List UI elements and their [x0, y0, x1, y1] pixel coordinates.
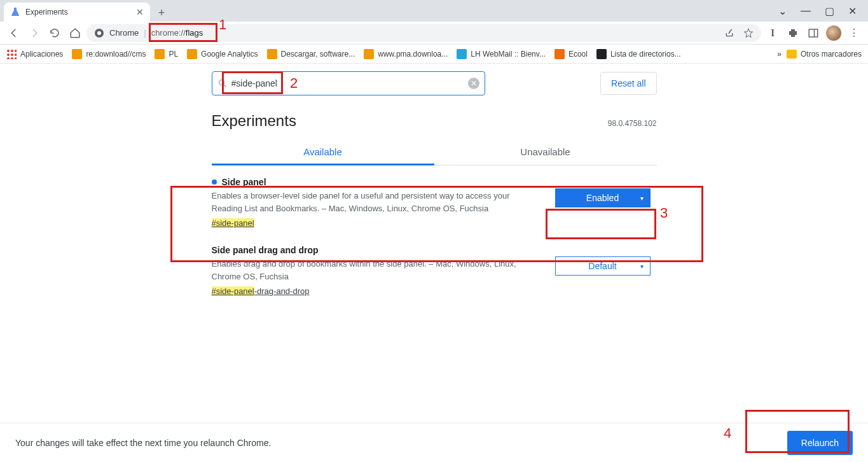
bookmark-label: Descargar, software... [281, 50, 355, 59]
dropdown-value: Default [588, 261, 616, 271]
relaunch-button[interactable]: Relaunch [787, 431, 853, 455]
chevron-down-icon[interactable]: ⌄ [778, 5, 787, 17]
search-input[interactable] [231, 78, 468, 88]
apps-shortcut[interactable]: Aplicaciones [6, 49, 63, 59]
minimize-icon[interactable]: — [801, 5, 811, 17]
tab-title: Experiments [25, 8, 68, 17]
bookmark-item[interactable]: re:download//cms [72, 49, 146, 59]
bookmark-item[interactable]: Google Analytics [187, 49, 258, 59]
version-label: 98.0.4758.102 [608, 119, 657, 128]
bookmark-label: PL [169, 50, 178, 59]
bookmark-label: Lista de directorios... [610, 50, 681, 59]
bookmarks-bar: Aplicaciones re:download//cmsPLGoogle An… [0, 45, 868, 64]
home-button[interactable] [66, 24, 84, 42]
profile-avatar[interactable] [825, 24, 843, 42]
bookmark-item[interactable]: Descargar, software... [267, 49, 355, 59]
folder-icon [787, 50, 797, 59]
flag-description: Enables a browser-level side panel for a… [212, 190, 542, 214]
restart-message: Your changes will take effect the next t… [15, 438, 271, 448]
flag-hash[interactable]: #side-panel-drag-and-drop [212, 286, 310, 296]
flag-description: Enables drag and drop of bookmarks withi… [212, 258, 542, 283]
url-text: chrome://flags [151, 28, 203, 38]
bookmark-favicon [364, 49, 374, 59]
bookmark-favicon [555, 49, 565, 59]
dropdown-value: Enabled [586, 193, 619, 203]
bookmark-label: re:download//cms [86, 50, 146, 59]
bookmark-item[interactable]: LH WebMail :: Bienv... [457, 49, 546, 59]
chrome-icon [94, 28, 104, 38]
flag-row: Side panel drag and dropEnables drag and… [212, 234, 657, 302]
extensions-icon[interactable] [784, 24, 802, 42]
menu-icon[interactable]: ⋮ [845, 24, 863, 42]
flag-title: Side panel [212, 177, 542, 187]
chevron-down-icon: ▾ [640, 263, 644, 270]
apps-label: Aplicaciones [20, 50, 63, 59]
star-icon[interactable] [743, 28, 754, 38]
bookmark-favicon [596, 49, 607, 59]
page-content: ✕ Reset all Experiments 98.0.4758.102 Av… [0, 64, 868, 424]
overflow-icon[interactable]: » [777, 50, 782, 59]
bookmark-favicon [155, 49, 165, 59]
search-icon [217, 78, 228, 88]
tab-unavailable[interactable]: Unavailable [434, 139, 657, 165]
chevron-down-icon: ▾ [640, 195, 644, 202]
bookmark-label: LH WebMail :: Bienv... [471, 50, 546, 59]
page-title: Experiments [212, 112, 296, 130]
forward-button[interactable] [25, 24, 43, 42]
back-button[interactable] [5, 24, 23, 42]
bookmark-item[interactable]: PL [155, 49, 178, 59]
site-label: Chrome [109, 28, 139, 38]
new-tab-button[interactable]: + [153, 4, 170, 22]
letter-i-icon[interactable]: I [764, 24, 782, 42]
tab-available[interactable]: Available [212, 139, 434, 165]
bookmark-favicon [457, 49, 467, 59]
close-icon[interactable]: ✕ [136, 7, 144, 17]
panel-icon[interactable] [804, 24, 822, 42]
svg-rect-2 [809, 29, 818, 37]
other-bookmarks-label: Otros marcadores [801, 50, 862, 59]
address-bar[interactable]: Chrome | chrome://flags [86, 24, 761, 42]
reload-button[interactable] [46, 24, 64, 42]
toolbar: Chrome | chrome://flags I ⋮ [0, 22, 868, 45]
bookmark-item[interactable]: Lista de directorios... [596, 49, 681, 59]
flag-title: Side panel drag and drop [212, 245, 542, 255]
flag-dropdown[interactable]: Default▾ [555, 256, 651, 276]
flag-tabs: Available Unavailable [212, 139, 657, 165]
search-flags-box[interactable]: ✕ [212, 71, 485, 95]
svg-point-4 [219, 80, 224, 85]
flask-icon [10, 7, 20, 17]
bookmark-label: Google Analytics [201, 50, 258, 59]
bookmark-favicon [267, 49, 277, 59]
bookmark-label: Ecool [568, 50, 588, 59]
svg-line-5 [224, 85, 226, 87]
bookmark-item[interactable]: Ecool [555, 49, 588, 59]
flag-hash[interactable]: #side-panel [212, 218, 254, 228]
bookmark-favicon [72, 49, 82, 59]
window-controls: ⌄ — ▢ ✕ [778, 0, 868, 22]
share-icon[interactable] [724, 28, 734, 38]
apps-icon [6, 49, 17, 59]
reset-all-button[interactable]: Reset all [600, 72, 656, 95]
browser-tab[interactable]: Experiments ✕ [4, 3, 150, 22]
bookmark-label: www.pma.downloa... [378, 50, 448, 59]
modified-dot-icon [212, 179, 217, 185]
close-window-icon[interactable]: ✕ [848, 5, 857, 17]
bookmark-item[interactable]: www.pma.downloa... [364, 49, 448, 59]
flag-row: Side panelEnables a browser-level side p… [212, 165, 657, 234]
search-row: ✕ Reset all [212, 64, 657, 101]
svg-point-1 [97, 31, 101, 35]
tab-strip: Experiments ✕ + ⌄ — ▢ ✕ [0, 0, 868, 22]
other-bookmarks[interactable]: Otros marcadores [787, 50, 862, 59]
restart-bar: Your changes will take effect the next t… [0, 424, 868, 462]
maximize-icon[interactable]: ▢ [825, 5, 834, 17]
flag-dropdown[interactable]: Enabled▾ [555, 188, 651, 207]
clear-search-icon[interactable]: ✕ [468, 78, 479, 89]
bookmark-favicon [187, 49, 197, 59]
